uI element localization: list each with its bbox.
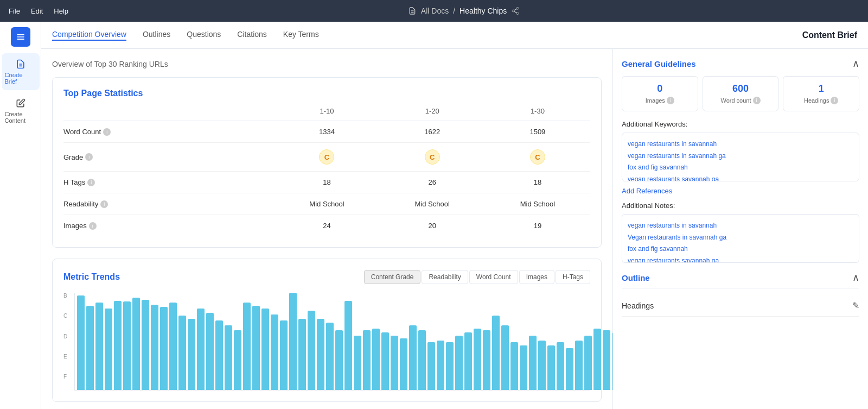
additional-keywords-title: Additional Keywords: — [622, 120, 859, 128]
content-split: Overview of Top 30 Ranking URLs Top Page… — [41, 49, 868, 409]
chart-bar — [261, 309, 269, 390]
y-label-c: C — [63, 313, 67, 319]
tab-outlines[interactable]: Outlines — [143, 30, 170, 41]
chart-bar — [142, 300, 149, 390]
stat-card-images: 0 Images i — [622, 76, 698, 111]
left-panel: Overview of Top 30 Ranking URLs Top Page… — [41, 49, 613, 409]
chart-bar — [354, 336, 361, 390]
metric-title: Metric Trends — [63, 272, 120, 282]
htags-1-10: 18 — [274, 178, 379, 186]
note-item: Vegan restaurants in savannah ga — [628, 232, 853, 244]
tab-key-terms[interactable]: Key Terms — [283, 30, 319, 41]
chart-bar — [474, 329, 481, 390]
chart-bars — [74, 293, 590, 391]
sidebar-item-create-content[interactable]: Create Content — [2, 92, 40, 129]
menu-edit[interactable]: Edit — [31, 7, 43, 15]
chart-bar — [455, 336, 463, 390]
outline-collapse-icon[interactable]: ∧ — [852, 272, 859, 284]
metric-tab-readability[interactable]: Readability — [422, 270, 468, 284]
grade-1-10: C — [274, 149, 379, 165]
chart-bar — [326, 323, 334, 390]
chart-bar — [317, 319, 324, 391]
overview-title: Overview of Top 30 Ranking URLs — [52, 60, 602, 68]
y-label-d: D — [63, 334, 67, 339]
chart-bar — [344, 301, 352, 390]
breadcrumb-separator: / — [453, 7, 455, 15]
info-icon-images[interactable]: i — [89, 222, 97, 230]
outline-item-label-headings: Headings — [622, 301, 654, 310]
word-count-1-20: 1622 — [380, 128, 485, 136]
info-icon-stat-headings[interactable]: i — [831, 97, 838, 104]
images-1-30: 19 — [485, 222, 590, 230]
keywords-box[interactable]: vegan restaurants in savannah vegan rest… — [622, 133, 859, 181]
chart-bar — [446, 342, 454, 390]
chart-bar — [575, 341, 583, 390]
notes-box[interactable]: vegan restaurants in savannah Vegan rest… — [622, 214, 859, 263]
chart-bar — [151, 305, 158, 390]
chart-bar — [363, 330, 371, 390]
outline-section: Outline ∧ Headings ✎ — [622, 272, 859, 317]
breadcrumb-docname: Healthy Chips — [459, 7, 507, 15]
menu-file[interactable]: File — [9, 7, 20, 15]
metric-tab-htags[interactable]: H-Tags — [556, 270, 590, 284]
tab-citations[interactable]: Citations — [237, 30, 266, 41]
htags-1-20: 26 — [380, 178, 485, 186]
chart-bar — [234, 330, 241, 390]
menu-help[interactable]: Help — [54, 7, 68, 15]
menu-bar: File Edit Help — [9, 7, 68, 15]
stats-cards: 0 Images i 600 Word count i — [622, 76, 859, 111]
metric-tab-word-count[interactable]: Word Count — [469, 270, 518, 284]
chart-bar — [547, 345, 555, 390]
guidelines-collapse-icon[interactable]: ∧ — [852, 58, 859, 70]
info-icon-word-count[interactable]: i — [103, 128, 111, 136]
chart-bar — [464, 332, 472, 390]
chart-bar — [225, 325, 232, 390]
chart-bar — [271, 314, 278, 390]
chart-bar — [178, 316, 186, 390]
note-item: vegan restaurants in savannah — [628, 220, 853, 232]
chart-bar — [529, 336, 537, 390]
chart-bar — [114, 301, 122, 390]
row-label-htags: H Tags i — [63, 178, 274, 186]
chart-bar — [95, 303, 103, 390]
add-references-link[interactable]: Add References — [622, 187, 859, 195]
word-count-1-10: 1334 — [274, 128, 379, 136]
info-icon-stat-images[interactable]: i — [667, 97, 674, 104]
app-layout: Create Brief Create Content Competition … — [0, 22, 868, 409]
chart-bar — [280, 320, 288, 390]
stats-col-1-30: 1-30 — [485, 107, 590, 115]
chart-bar — [188, 319, 195, 391]
chart-bar — [557, 342, 564, 390]
info-icon-stat-wordcount[interactable]: i — [753, 97, 761, 104]
chart-bar — [603, 330, 610, 390]
edit-icon[interactable]: ✎ — [852, 300, 859, 311]
tab-competition-overview[interactable]: Competition Overview — [52, 30, 126, 41]
tab-questions[interactable]: Questions — [187, 30, 221, 41]
stats-col-label — [63, 107, 274, 115]
sidebar-item-create-brief[interactable]: Create Brief — [2, 53, 40, 90]
chart-bar — [123, 301, 131, 390]
htags-1-30: 18 — [485, 178, 590, 186]
chart-bar — [206, 313, 214, 390]
note-item: vegan restaurants savannah ga — [628, 255, 853, 263]
main-content: Competition Overview Outlines Questions … — [41, 22, 868, 409]
chart-bar — [86, 306, 94, 390]
keyword-item: fox and fig savannah — [628, 162, 853, 174]
breadcrumb-alldocs[interactable]: All Docs — [421, 7, 449, 15]
app-logo — [11, 27, 30, 47]
info-icon-readability[interactable]: i — [100, 200, 108, 208]
metric-tab-content-grade[interactable]: Content Grade — [364, 270, 421, 284]
stats-section: Top Page Statistics 1-10 1-20 1-30 Word … — [52, 77, 602, 248]
share-icon[interactable] — [511, 7, 520, 15]
chart-bar — [520, 345, 527, 390]
stats-col-1-10: 1-10 — [274, 107, 379, 115]
chart-bar — [105, 309, 112, 390]
tab-bar-left: Competition Overview Outlines Questions … — [52, 30, 319, 41]
metric-tab-images[interactable]: Images — [519, 270, 554, 284]
stats-title: Top Page Statistics — [63, 89, 590, 98]
chart-bar — [298, 319, 306, 391]
chart-bar — [400, 338, 407, 390]
info-icon-grade[interactable]: i — [85, 153, 93, 161]
info-icon-htags[interactable]: i — [87, 179, 95, 186]
guidelines-title: General Guidelines — [622, 59, 696, 68]
